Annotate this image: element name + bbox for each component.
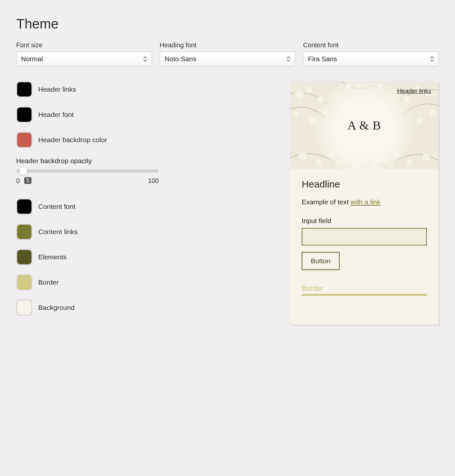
content-font-value: Fira Sans xyxy=(308,55,337,63)
color-swatch[interactable] xyxy=(16,107,32,123)
swatches_top-row: Header font xyxy=(16,107,159,123)
color-swatch[interactable] xyxy=(16,224,32,240)
color-swatch[interactable] xyxy=(16,249,32,265)
preview-header-title: A & B xyxy=(290,82,438,169)
swatches_bottom-row: Background xyxy=(16,300,159,316)
theme-controls-column: Header linksHeader fontHeader backdrop c… xyxy=(16,81,159,325)
swatches_bottom-row: Elements xyxy=(16,249,159,265)
preview-headline: Headline xyxy=(302,179,427,190)
chevron-updown-icon xyxy=(430,56,435,62)
content-font-select[interactable]: Fira Sans xyxy=(303,51,439,66)
slider-max: 100 xyxy=(148,177,159,185)
font-size-label: Font size xyxy=(16,41,152,49)
swatch-label: Header font xyxy=(38,111,74,119)
swatch-label: Background xyxy=(38,304,75,312)
preview-border-label: Border xyxy=(302,284,427,293)
chevron-updown-icon xyxy=(143,56,148,62)
swatch-label: Border xyxy=(38,278,59,286)
content-font-label: Content font xyxy=(303,41,439,49)
opacity-slider-label: Header backdrop opacity xyxy=(16,157,159,165)
font-size-select[interactable]: Normal xyxy=(16,51,152,66)
preview-border-line xyxy=(302,294,427,296)
opacity-slider-block: Header backdrop opacity 0 5 100 xyxy=(16,157,159,186)
preview-text-link[interactable]: with a link xyxy=(351,198,380,206)
font-selects-row: Font size Normal Heading font Noto Sans … xyxy=(16,41,439,66)
swatch-label: Header backdrop color xyxy=(38,136,107,144)
preview-body-text: Example of text with a link xyxy=(302,198,427,206)
swatches_bottom-row: Content font xyxy=(16,198,159,215)
preview-header: Header links A & B xyxy=(290,82,438,169)
page-title: Theme xyxy=(16,16,439,32)
swatch-label: Header links xyxy=(38,85,76,93)
color-swatch[interactable] xyxy=(16,198,32,215)
slider-value-badge: 5 xyxy=(24,177,31,184)
preview-text-prefix: Example of text xyxy=(302,198,351,206)
content-font-field: Content font Fira Sans xyxy=(303,41,439,66)
color-swatch[interactable] xyxy=(16,81,32,97)
swatches_top-row: Header backdrop color xyxy=(16,132,159,148)
opacity-slider[interactable] xyxy=(16,169,159,173)
color-swatch[interactable] xyxy=(16,132,32,148)
heading-font-value: Noto Sans xyxy=(165,55,196,63)
chevron-updown-icon xyxy=(286,56,291,62)
slider-min: 0 xyxy=(16,177,20,185)
slider-thumb[interactable] xyxy=(19,167,27,175)
swatch-label: Elements xyxy=(38,253,67,261)
theme-preview-card: Header links A & B Headline Example of t… xyxy=(290,81,439,325)
swatch-label: Content font xyxy=(38,203,75,210)
color-swatch[interactable] xyxy=(16,274,32,290)
preview-button[interactable]: Button xyxy=(302,252,340,270)
preview-input-label: Input field xyxy=(302,217,427,225)
swatches_bottom-row: Content links xyxy=(16,224,159,240)
preview-body: Headline Example of text with a link Inp… xyxy=(290,169,438,312)
font-size-value: Normal xyxy=(21,55,43,63)
color-swatch[interactable] xyxy=(16,300,32,316)
heading-font-label: Heading font xyxy=(160,41,296,49)
heading-font-field: Heading font Noto Sans xyxy=(160,41,296,66)
font-size-field: Font size Normal xyxy=(16,41,152,66)
swatches_bottom-row: Border xyxy=(16,274,159,290)
swatches_top-row: Header links xyxy=(16,81,159,97)
preview-input-field[interactable] xyxy=(302,228,427,245)
swatch-label: Content links xyxy=(38,228,77,236)
heading-font-select[interactable]: Noto Sans xyxy=(160,51,296,66)
